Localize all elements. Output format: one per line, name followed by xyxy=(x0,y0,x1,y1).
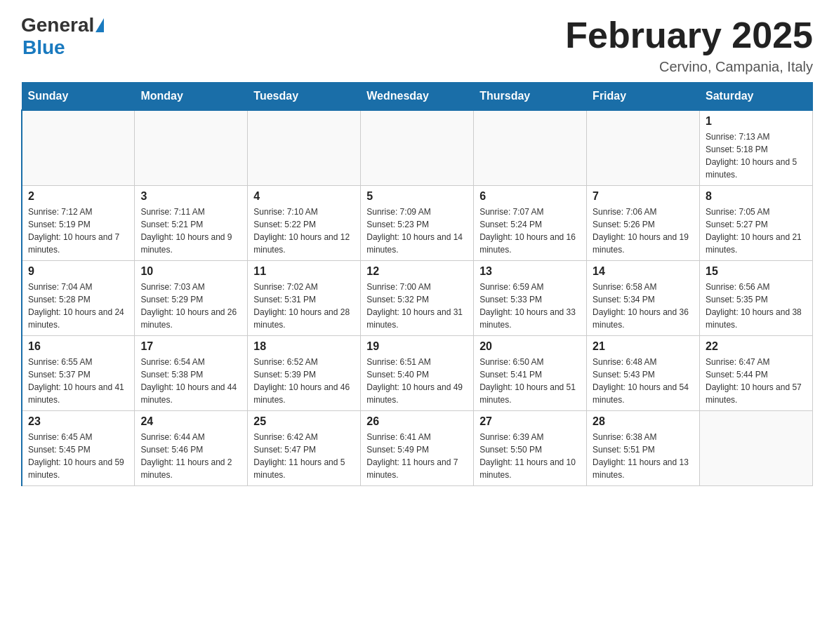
title-area: February 2025 Cervino, Campania, Italy xyxy=(565,14,813,75)
day-number: 12 xyxy=(366,265,468,278)
calendar-day-cell: 15Sunrise: 6:56 AMSunset: 5:35 PMDayligh… xyxy=(700,261,813,336)
day-info: Sunrise: 6:41 AMSunset: 5:49 PMDaylight:… xyxy=(366,431,468,481)
calendar-day-cell xyxy=(700,411,813,486)
day-info: Sunrise: 6:45 AMSunset: 5:45 PMDaylight:… xyxy=(28,431,128,481)
day-number: 8 xyxy=(706,190,807,203)
day-info: Sunrise: 6:59 AMSunset: 5:33 PMDaylight:… xyxy=(479,281,581,331)
day-info: Sunrise: 6:48 AMSunset: 5:43 PMDaylight:… xyxy=(593,356,694,406)
day-number: 10 xyxy=(140,265,241,278)
day-info: Sunrise: 6:58 AMSunset: 5:34 PMDaylight:… xyxy=(593,281,694,331)
day-number: 22 xyxy=(706,340,807,353)
day-info: Sunrise: 7:07 AMSunset: 5:24 PMDaylight:… xyxy=(479,206,581,256)
day-info: Sunrise: 6:56 AMSunset: 5:35 PMDaylight:… xyxy=(706,281,807,331)
day-number: 19 xyxy=(366,340,468,353)
calendar-day-cell: 5Sunrise: 7:09 AMSunset: 5:23 PMDaylight… xyxy=(361,186,474,261)
day-number: 16 xyxy=(28,340,128,353)
calendar-day-cell: 22Sunrise: 6:47 AMSunset: 5:44 PMDayligh… xyxy=(700,336,813,411)
calendar-day-cell: 10Sunrise: 7:03 AMSunset: 5:29 PMDayligh… xyxy=(135,261,248,336)
logo-general-text: General xyxy=(21,14,94,36)
weekday-header-monday: Monday xyxy=(135,83,248,111)
day-number: 1 xyxy=(706,115,807,128)
calendar-day-cell: 21Sunrise: 6:48 AMSunset: 5:43 PMDayligh… xyxy=(587,336,700,411)
calendar-week-row: 1Sunrise: 7:13 AMSunset: 5:18 PMDaylight… xyxy=(22,110,813,186)
location-subtitle: Cervino, Campania, Italy xyxy=(565,59,813,75)
day-number: 24 xyxy=(140,415,241,428)
calendar-day-cell: 23Sunrise: 6:45 AMSunset: 5:45 PMDayligh… xyxy=(22,411,135,486)
calendar-day-cell: 12Sunrise: 7:00 AMSunset: 5:32 PMDayligh… xyxy=(361,261,474,336)
day-number: 6 xyxy=(479,190,581,203)
day-info: Sunrise: 7:13 AMSunset: 5:18 PMDaylight:… xyxy=(706,130,807,181)
month-title: February 2025 xyxy=(565,14,813,56)
calendar-day-cell: 14Sunrise: 6:58 AMSunset: 5:34 PMDayligh… xyxy=(587,261,700,336)
day-info: Sunrise: 6:51 AMSunset: 5:40 PMDaylight:… xyxy=(366,356,468,406)
day-info: Sunrise: 6:54 AMSunset: 5:38 PMDaylight:… xyxy=(140,356,241,406)
day-info: Sunrise: 6:47 AMSunset: 5:44 PMDaylight:… xyxy=(706,356,807,406)
calendar-day-cell: 6Sunrise: 7:07 AMSunset: 5:24 PMDaylight… xyxy=(474,186,587,261)
calendar-week-row: 23Sunrise: 6:45 AMSunset: 5:45 PMDayligh… xyxy=(22,411,813,486)
calendar-day-cell: 13Sunrise: 6:59 AMSunset: 5:33 PMDayligh… xyxy=(474,261,587,336)
calendar-day-cell: 2Sunrise: 7:12 AMSunset: 5:19 PMDaylight… xyxy=(22,186,135,261)
calendar-day-cell: 4Sunrise: 7:10 AMSunset: 5:22 PMDaylight… xyxy=(248,186,361,261)
day-info: Sunrise: 6:39 AMSunset: 5:50 PMDaylight:… xyxy=(479,431,581,481)
day-info: Sunrise: 7:06 AMSunset: 5:26 PMDaylight:… xyxy=(593,206,694,256)
calendar-day-cell: 16Sunrise: 6:55 AMSunset: 5:37 PMDayligh… xyxy=(22,336,135,411)
day-number: 13 xyxy=(479,265,581,278)
calendar-header: SundayMondayTuesdayWednesdayThursdayFrid… xyxy=(22,83,813,111)
calendar-day-cell xyxy=(248,110,361,186)
day-number: 18 xyxy=(253,340,355,353)
day-info: Sunrise: 7:09 AMSunset: 5:23 PMDaylight:… xyxy=(366,206,468,256)
calendar-table: SundayMondayTuesdayWednesdayThursdayFrid… xyxy=(21,82,813,486)
day-info: Sunrise: 6:55 AMSunset: 5:37 PMDaylight:… xyxy=(28,356,128,406)
calendar-week-row: 2Sunrise: 7:12 AMSunset: 5:19 PMDaylight… xyxy=(22,186,813,261)
weekday-header-thursday: Thursday xyxy=(474,83,587,111)
day-info: Sunrise: 6:44 AMSunset: 5:46 PMDaylight:… xyxy=(140,431,241,481)
calendar-day-cell: 7Sunrise: 7:06 AMSunset: 5:26 PMDaylight… xyxy=(587,186,700,261)
day-number: 5 xyxy=(366,190,468,203)
weekday-header-tuesday: Tuesday xyxy=(248,83,361,111)
day-number: 15 xyxy=(706,265,807,278)
day-number: 7 xyxy=(593,190,694,203)
day-number: 20 xyxy=(479,340,581,353)
day-number: 9 xyxy=(28,265,128,278)
calendar-day-cell: 24Sunrise: 6:44 AMSunset: 5:46 PMDayligh… xyxy=(135,411,248,486)
day-number: 21 xyxy=(593,340,694,353)
calendar-week-row: 9Sunrise: 7:04 AMSunset: 5:28 PMDaylight… xyxy=(22,261,813,336)
day-number: 17 xyxy=(140,340,241,353)
day-number: 4 xyxy=(253,190,355,203)
day-info: Sunrise: 7:03 AMSunset: 5:29 PMDaylight:… xyxy=(140,281,241,331)
logo: General Blue xyxy=(21,14,105,59)
calendar-day-cell: 25Sunrise: 6:42 AMSunset: 5:47 PMDayligh… xyxy=(248,411,361,486)
day-number: 14 xyxy=(593,265,694,278)
logo-text: General xyxy=(21,14,105,36)
calendar-day-cell: 9Sunrise: 7:04 AMSunset: 5:28 PMDaylight… xyxy=(22,261,135,336)
weekday-header-wednesday: Wednesday xyxy=(361,83,474,111)
day-number: 3 xyxy=(140,190,241,203)
day-number: 27 xyxy=(479,415,581,428)
calendar-day-cell xyxy=(361,110,474,186)
calendar-day-cell xyxy=(587,110,700,186)
day-number: 26 xyxy=(366,415,468,428)
logo-blue-text: Blue xyxy=(22,36,65,58)
day-number: 11 xyxy=(253,265,355,278)
day-info: Sunrise: 6:52 AMSunset: 5:39 PMDaylight:… xyxy=(253,356,355,406)
day-info: Sunrise: 6:50 AMSunset: 5:41 PMDaylight:… xyxy=(479,356,581,406)
calendar-day-cell: 3Sunrise: 7:11 AMSunset: 5:21 PMDaylight… xyxy=(135,186,248,261)
day-number: 23 xyxy=(28,415,128,428)
day-info: Sunrise: 7:00 AMSunset: 5:32 PMDaylight:… xyxy=(366,281,468,331)
day-info: Sunrise: 7:05 AMSunset: 5:27 PMDaylight:… xyxy=(706,206,807,256)
calendar-day-cell xyxy=(474,110,587,186)
calendar-day-cell: 28Sunrise: 6:38 AMSunset: 5:51 PMDayligh… xyxy=(587,411,700,486)
calendar-day-cell xyxy=(22,110,135,186)
calendar-day-cell: 20Sunrise: 6:50 AMSunset: 5:41 PMDayligh… xyxy=(474,336,587,411)
calendar-day-cell: 17Sunrise: 6:54 AMSunset: 5:38 PMDayligh… xyxy=(135,336,248,411)
calendar-day-cell: 1Sunrise: 7:13 AMSunset: 5:18 PMDaylight… xyxy=(700,110,813,186)
calendar-day-cell: 19Sunrise: 6:51 AMSunset: 5:40 PMDayligh… xyxy=(361,336,474,411)
calendar-day-cell: 27Sunrise: 6:39 AMSunset: 5:50 PMDayligh… xyxy=(474,411,587,486)
weekday-header-row: SundayMondayTuesdayWednesdayThursdayFrid… xyxy=(22,83,813,111)
weekday-header-friday: Friday xyxy=(587,83,700,111)
calendar-day-cell: 8Sunrise: 7:05 AMSunset: 5:27 PMDaylight… xyxy=(700,186,813,261)
calendar-body: 1Sunrise: 7:13 AMSunset: 5:18 PMDaylight… xyxy=(22,110,813,486)
day-info: Sunrise: 7:11 AMSunset: 5:21 PMDaylight:… xyxy=(140,206,241,256)
day-number: 25 xyxy=(253,415,355,428)
calendar-day-cell: 18Sunrise: 6:52 AMSunset: 5:39 PMDayligh… xyxy=(248,336,361,411)
